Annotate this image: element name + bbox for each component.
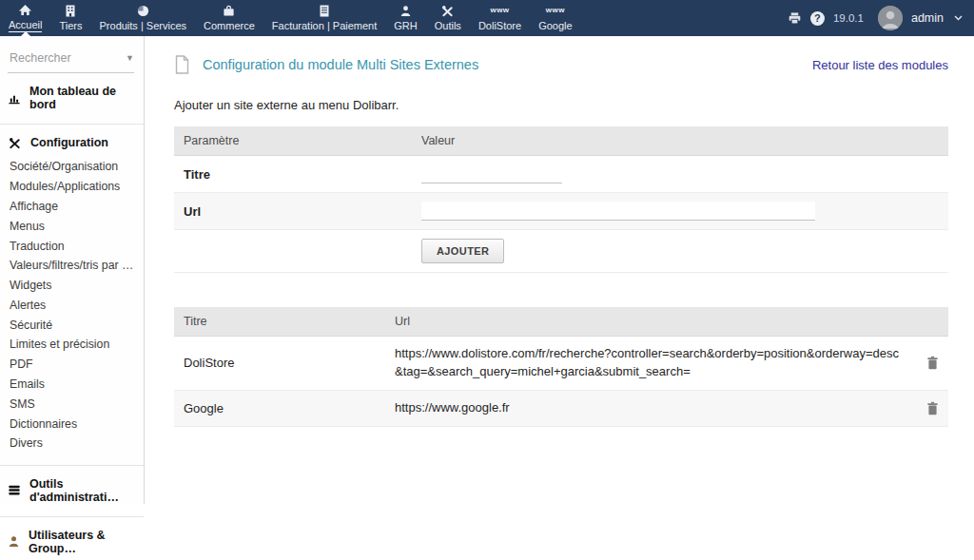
nav-label: Produits | Services: [100, 20, 187, 31]
sidebar-block-configuration: Configuration Société/Organisation Modul…: [0, 125, 144, 466]
nav-label: Commerce: [204, 20, 255, 31]
sidebar: ▼ Mon tableau de bord Configuration Soci…: [0, 36, 145, 504]
server-list-icon: [8, 484, 21, 496]
commerce-briefcase-icon: [223, 5, 235, 17]
sidebar-item-dashboard[interactable]: Mon tableau de bord: [0, 84, 144, 112]
nav-label: Facturation | Paiement: [272, 20, 377, 31]
nav-label: Accueil: [9, 19, 42, 32]
nav-label: GRH: [394, 20, 417, 31]
intro-text: Ajouter un site externe au menu Dolibarr…: [174, 98, 948, 112]
sidebar-item-users-groups[interactable]: Utilisateurs & Group…: [0, 528, 144, 556]
nav-item-tiers[interactable]: Tiers: [50, 0, 90, 36]
sidebar-link-menus[interactable]: Menus: [0, 216, 144, 236]
site-url: https://www.dolistore.com/fr/recherche?c…: [385, 337, 908, 391]
search-input[interactable]: [8, 50, 114, 66]
trash-icon: [926, 401, 939, 415]
table-row: Titre: [174, 156, 948, 193]
column-header-url: Url: [385, 307, 908, 337]
delete-site-button[interactable]: [926, 401, 939, 415]
nav-item-accueil[interactable]: Accueil: [0, 0, 50, 36]
nav-label: Outils: [435, 20, 461, 31]
bar-chart-icon: [8, 92, 21, 105]
avatar[interactable]: [878, 6, 903, 30]
help-icon[interactable]: ?: [810, 11, 825, 26]
trash-icon: [926, 356, 939, 370]
sidebar-link-pdf[interactable]: PDF: [0, 355, 144, 375]
sidebar-link-dictionnaires[interactable]: Dictionnaires: [0, 414, 144, 434]
nav-label: Google: [538, 20, 572, 31]
products-services-icon: [137, 5, 149, 17]
site-url: https://www.google.fr: [385, 390, 908, 426]
nav-item-facturation-paiement[interactable]: Facturation | Paiement: [263, 0, 385, 36]
sidebar-link-emails[interactable]: Emails: [0, 375, 144, 395]
company-building-icon: [65, 5, 76, 17]
nav-item-dolistore[interactable]: www DoliStore: [470, 0, 530, 36]
chevron-down-icon[interactable]: [954, 15, 963, 21]
sidebar-item-label: Outils d'administrati…: [29, 477, 136, 504]
column-header-valeur: Valeur: [412, 126, 948, 156]
table-row: Url: [174, 193, 948, 230]
sidebar-block-dashboard: Mon tableau de bord: [0, 73, 144, 125]
www-icon: www: [490, 5, 509, 17]
nav-item-google[interactable]: www Google: [530, 0, 580, 36]
sidebar-link-widgets[interactable]: Widgets: [0, 276, 144, 296]
sidebar-search[interactable]: ▼: [8, 50, 134, 73]
sidebar-item-label: Utilisateurs & Group…: [29, 529, 136, 555]
tools-icon: [441, 5, 454, 17]
nav-item-grh[interactable]: GRH: [385, 0, 425, 36]
document-page-icon: [174, 55, 190, 74]
configuration-links: Société/Organisation Modules/Application…: [0, 150, 144, 454]
sidebar-link-traduction[interactable]: Traduction: [0, 236, 144, 256]
page-header: Configuration du module Multi Sites Exte…: [174, 55, 948, 74]
sidebar-link-societe-organisation[interactable]: Société/Organisation: [0, 157, 144, 177]
sidebar-link-affichage[interactable]: Affichage: [0, 197, 144, 217]
field-label-url: Url: [174, 193, 412, 230]
field-label-titre: Titre: [174, 156, 412, 193]
ajouter-button[interactable]: AJOUTER: [421, 239, 504, 263]
table-row: AJOUTER: [174, 230, 948, 273]
sidebar-block-users-groups: Utilisateurs & Group…: [0, 517, 144, 560]
sidebar-link-alertes[interactable]: Alertes: [0, 295, 144, 315]
home-icon: [18, 4, 32, 16]
url-input[interactable]: [421, 202, 815, 221]
sidebar-item-admin-tools[interactable]: Outils d'administrati…: [0, 476, 144, 505]
billing-invoice-icon: [320, 5, 329, 17]
search-dropdown-caret-icon[interactable]: ▼: [126, 53, 134, 63]
table-row-dolistore: DoliStore https://www.dolistore.com/fr/r…: [174, 337, 948, 391]
column-header-parametre: Paramètre: [174, 126, 412, 156]
main-content: Configuration du module Multi Sites Exte…: [145, 36, 974, 560]
page-title: Configuration du module Multi Sites Exte…: [203, 57, 478, 72]
sidebar-item-label: Configuration: [30, 136, 108, 149]
sidebar-link-sms[interactable]: SMS: [0, 394, 144, 414]
wrench-screwdriver-icon: [8, 137, 22, 149]
sidebar-link-divers[interactable]: Divers: [0, 434, 144, 454]
www-icon: www: [546, 5, 565, 17]
topnav-right: ? 19.0.1 admin: [788, 0, 974, 36]
table-header-row: Titre Url: [174, 307, 948, 337]
sidebar-link-valeurs-filtres[interactable]: Valeurs/filtres/tris par déf…: [0, 256, 144, 276]
delete-site-button[interactable]: [926, 356, 939, 370]
user-menu[interactable]: admin: [911, 11, 944, 25]
back-to-modules-link[interactable]: Retour liste des modules: [812, 58, 948, 72]
table-header-row: Paramètre Valeur: [174, 126, 948, 156]
table-row-google: Google https://www.google.fr: [174, 390, 948, 426]
nav-item-produits-services[interactable]: Produits | Services: [91, 0, 196, 36]
sidebar-item-configuration[interactable]: Configuration: [0, 135, 144, 150]
print-icon[interactable]: [788, 11, 802, 26]
sidebar-block-admin-tools: Outils d'administrati…: [0, 466, 144, 517]
sidebar-link-securite[interactable]: Sécurité: [0, 315, 144, 335]
nav-item-outils[interactable]: Outils: [426, 0, 470, 36]
column-header-actions: [908, 307, 948, 337]
sidebar-link-modules-applications[interactable]: Modules/Applications: [0, 177, 144, 197]
hr-user-icon: [399, 5, 412, 17]
user-icon: [8, 535, 20, 548]
nav-label: Tiers: [59, 20, 82, 31]
top-navbar: Accueil Tiers Produits | Services Commer…: [0, 0, 974, 36]
site-title: Google: [174, 390, 385, 426]
sidebar-link-limites-precision[interactable]: Limites et précision: [0, 335, 144, 355]
nav-item-commerce[interactable]: Commerce: [195, 0, 263, 36]
add-site-form-table: Paramètre Valeur Titre Url AJOUTER: [174, 126, 948, 273]
titre-input[interactable]: [421, 164, 562, 183]
site-title: DoliStore: [174, 337, 385, 391]
external-sites-table: Titre Url DoliStore https://www.dolistor…: [174, 307, 948, 427]
